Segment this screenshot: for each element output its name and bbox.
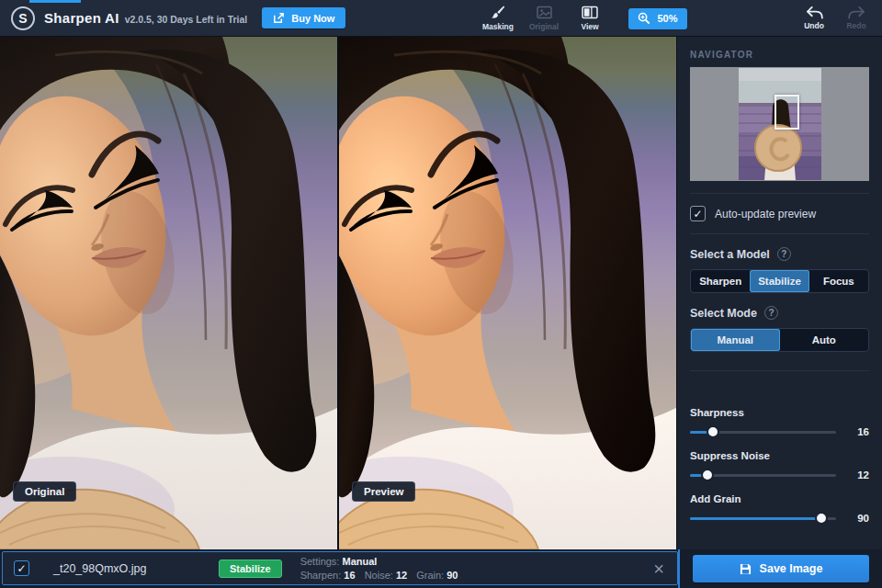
preview-image-panel[interactable]: Preview bbox=[339, 37, 676, 549]
sharpness-slider-track[interactable] bbox=[690, 431, 836, 434]
mode-section-title: Select Mode bbox=[690, 307, 757, 320]
settings-label: Settings: bbox=[300, 556, 340, 567]
history-tools: Undo Redo bbox=[797, 0, 873, 37]
suppress-noise-value: 12 bbox=[845, 469, 869, 481]
add-grain-slider-block: Add Grain 90 bbox=[690, 493, 869, 524]
app-logo-icon: S bbox=[11, 6, 35, 30]
navigator-title: NAVIGATOR bbox=[690, 50, 869, 60]
bottom-bar: ✓ _t20_98QmxO.jpg Stabilize Settings: Ma… bbox=[0, 549, 882, 588]
auto-update-checkbox[interactable]: ✓ bbox=[690, 206, 706, 221]
app-brand: S Sharpen AI v2.0.5, 30 Days Left in Tri… bbox=[0, 6, 345, 30]
model-selector: Sharpen Stabilize Focus bbox=[690, 269, 869, 293]
preview-image-label: Preview bbox=[352, 481, 415, 502]
noise-param-label: Noise: bbox=[365, 570, 393, 581]
file-name: _t20_98QmxO.jpg bbox=[53, 562, 219, 575]
external-link-icon bbox=[273, 12, 285, 24]
settings-summary: Settings: Manual Sharpen: 16 Noise: 12 G… bbox=[300, 555, 465, 582]
mode-option-auto[interactable]: Auto bbox=[780, 329, 869, 351]
active-tab-accent bbox=[29, 0, 81, 3]
sliders-group: Sharpness 16 Suppress Noise bbox=[690, 393, 869, 524]
masking-button[interactable]: Masking bbox=[478, 2, 518, 35]
sharpness-slider-handle[interactable] bbox=[707, 425, 719, 438]
redo-label: Redo bbox=[846, 21, 865, 30]
save-image-button[interactable]: Save Image bbox=[693, 555, 869, 582]
suppress-noise-label: Suppress Noise bbox=[690, 450, 869, 461]
close-file-icon[interactable]: × bbox=[653, 560, 664, 578]
suppress-noise-slider-handle[interactable] bbox=[701, 469, 714, 481]
auto-update-checkbox-row[interactable]: ✓ Auto-update preview bbox=[690, 194, 869, 221]
model-help-icon[interactable]: ? bbox=[777, 247, 791, 261]
save-disk-icon bbox=[740, 563, 752, 575]
add-grain-slider-track[interactable] bbox=[690, 517, 836, 520]
auto-update-label: Auto-update preview bbox=[715, 208, 816, 220]
file-checkbox[interactable]: ✓ bbox=[14, 560, 29, 576]
file-row[interactable]: ✓ _t20_98QmxO.jpg Stabilize Settings: Ma… bbox=[2, 551, 678, 585]
add-grain-label: Add Grain bbox=[690, 493, 869, 504]
preview-photo bbox=[339, 37, 676, 549]
model-badge: Stabilize bbox=[219, 560, 282, 578]
sharpness-slider-block: Sharpness 16 bbox=[690, 407, 869, 437]
view-label: View bbox=[581, 22, 598, 31]
original-image-panel[interactable]: Original bbox=[0, 37, 337, 549]
model-section-title: Select a Model bbox=[690, 248, 770, 261]
undo-label: Undo bbox=[804, 21, 824, 30]
split-view-icon bbox=[582, 6, 598, 19]
masking-label: Masking bbox=[482, 22, 514, 31]
grain-param-label: Grain: bbox=[416, 570, 444, 581]
app-title: Sharpen AI bbox=[44, 10, 119, 26]
model-option-stabilize[interactable]: Stabilize bbox=[750, 270, 808, 292]
mode-selector: Manual Auto bbox=[690, 328, 869, 352]
suppress-noise-slider-block: Suppress Noise 12 bbox=[690, 450, 869, 481]
add-grain-slider-handle[interactable] bbox=[815, 512, 828, 525]
original-toggle-label: Original bbox=[529, 22, 559, 31]
divider bbox=[690, 233, 869, 234]
sharpness-value: 16 bbox=[845, 426, 869, 437]
original-photo bbox=[0, 37, 337, 549]
save-image-label: Save Image bbox=[760, 562, 823, 575]
buy-now-button[interactable]: Buy Now bbox=[262, 7, 345, 28]
grain-param-value: 90 bbox=[447, 570, 458, 581]
redo-icon bbox=[848, 6, 865, 19]
divider bbox=[690, 370, 869, 371]
model-option-sharpen[interactable]: Sharpen bbox=[691, 270, 750, 292]
suppress-noise-slider-track[interactable] bbox=[690, 474, 836, 477]
undo-icon bbox=[806, 6, 823, 19]
main-area: Original Preview NAVIGATOR bbox=[0, 37, 882, 549]
sharpen-param-label: Sharpen: bbox=[300, 570, 342, 581]
mode-help-icon[interactable]: ? bbox=[764, 306, 778, 320]
brush-icon bbox=[491, 6, 505, 19]
navigator-thumbnail bbox=[739, 68, 821, 180]
top-toolbar: S Sharpen AI v2.0.5, 30 Days Left in Tri… bbox=[0, 0, 882, 37]
sharpen-ai-window: S Sharpen AI v2.0.5, 30 Days Left in Tri… bbox=[0, 0, 882, 588]
original-toggle-button[interactable]: Original bbox=[524, 2, 564, 35]
noise-param-value: 12 bbox=[396, 570, 407, 581]
add-grain-value: 90 bbox=[845, 513, 869, 524]
original-image-label: Original bbox=[13, 481, 76, 502]
zoom-level-button[interactable]: 50% bbox=[628, 8, 687, 29]
buy-now-label: Buy Now bbox=[291, 13, 334, 24]
save-area: Save Image bbox=[678, 549, 882, 588]
zoom-in-icon bbox=[638, 12, 650, 25]
sharpness-label: Sharpness bbox=[690, 407, 869, 418]
navigator-canvas[interactable] bbox=[690, 67, 869, 181]
redo-button[interactable]: Redo bbox=[840, 2, 873, 35]
model-option-focus[interactable]: Focus bbox=[809, 270, 868, 292]
image-icon bbox=[537, 6, 552, 19]
sharpen-param-value: 16 bbox=[344, 570, 355, 581]
add-grain-slider-fill bbox=[690, 517, 821, 520]
zoom-level-value: 50% bbox=[657, 13, 677, 24]
settings-value: Manual bbox=[343, 556, 378, 567]
settings-sidebar: NAVIGATOR bbox=[676, 37, 882, 549]
view-tools: Masking Original View bbox=[478, 0, 687, 37]
navigator-viewport-rect[interactable] bbox=[775, 95, 799, 130]
undo-button[interactable]: Undo bbox=[797, 2, 831, 35]
mode-option-manual[interactable]: Manual bbox=[691, 329, 780, 351]
app-version: v2.0.5, 30 Days Left in Trial bbox=[125, 14, 248, 25]
view-button[interactable]: View bbox=[570, 2, 610, 35]
